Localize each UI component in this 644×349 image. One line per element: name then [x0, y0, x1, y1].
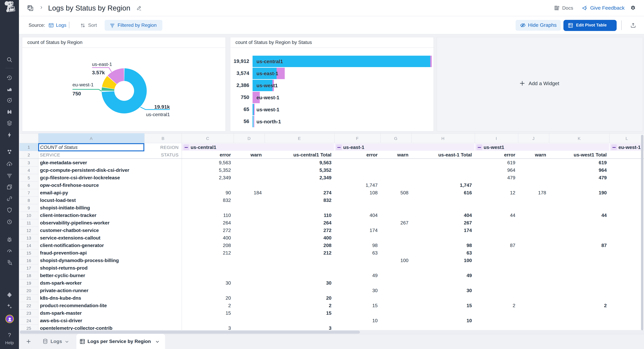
- svg-text:$: $: [9, 163, 10, 166]
